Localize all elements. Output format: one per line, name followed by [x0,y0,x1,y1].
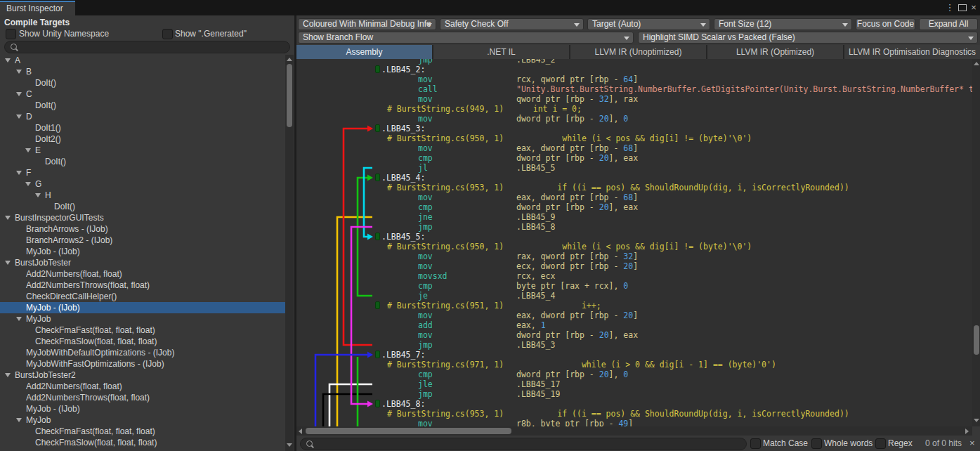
expand-triangle-icon[interactable] [16,317,22,321]
tree-item-e[interactable]: E [0,145,285,156]
expand-triangle-icon[interactable] [16,70,22,74]
tree-item-myjob[interactable]: MyJob [0,313,285,325]
expand-triangle-icon[interactable] [35,193,41,197]
dropdown-coloured-with-minimal-debug-info[interactable]: Coloured With Minimal Debug Info [298,18,436,30]
tree-item-add2numbersthrows-float-float[interactable]: Add2NumbersThrows(float, float) [0,280,285,291]
tree-item-brancharrows-ijob[interactable]: BranchArrows - (IJob) [0,223,285,235]
expand-triangle-icon[interactable] [5,58,11,63]
tree-item-burstjobtester[interactable]: BurstJobTester [0,257,285,268]
chevron-down-icon [574,23,580,27]
expand-triangle-icon[interactable] [25,148,31,152]
expand-triangle-icon[interactable] [16,115,22,119]
dropdown-safety-check-off[interactable]: Safety Check Off [440,18,584,30]
show-generated-checkbox[interactable] [162,29,171,38]
dropdown-font-size-12[interactable]: Font Size (12) [714,18,852,30]
code-hscrollbar[interactable] [296,426,972,436]
expand-triangle-icon[interactable] [5,373,11,377]
expand-triangle-icon[interactable] [16,418,22,422]
tree-item-burstjobtester2[interactable]: BurstJobTester2 [0,370,285,381]
expand-triangle-icon[interactable] [16,171,22,175]
tab-llvm-ir-unoptimized[interactable]: LLVM IR (Unoptimized) [570,45,706,59]
tree-item-a[interactable]: A [0,55,285,66]
tree-item-label: DoIt() [45,156,66,167]
tree-item-doit1[interactable]: DoIt1() [0,122,285,133]
tree-item-checkfmaslow-float-float-float[interactable]: CheckFmaSlow(float, float, float) [0,336,285,347]
tree-scrollbar[interactable] [285,55,294,451]
code-text: # BurstString.cs(953, 1) if ((i == pos) … [387,183,849,192]
tree-scrollbar-thumb[interactable] [287,64,292,127]
scroll-down-icon[interactable] [974,419,979,422]
code-vscrollbar[interactable] [972,59,980,426]
find-option-checkbox-whole-words[interactable] [811,438,822,449]
button-expand-all[interactable]: Expand All [919,18,978,30]
tree-item-g[interactable]: G [0,178,285,190]
code-vscrollbar-thumb[interactable] [974,325,979,355]
tree-item-checkfmafast-float-float-float[interactable]: CheckFmaFast(float, float, float) [0,426,285,437]
tree-item-brancharrows2-ijob[interactable]: BranchArrows2 - (IJob) [0,235,285,246]
tree-item-add2numbersthrows-float-float[interactable]: Add2NumbersThrows(float, float) [0,392,285,403]
maximize-icon[interactable] [958,4,967,11]
compile-targets-search[interactable] [4,41,290,53]
code-text: jmp [418,59,433,65]
scroll-down-icon[interactable] [287,443,292,447]
tree-item-b[interactable]: B [0,66,285,77]
tree-item-doit[interactable]: DoIt() [0,77,285,89]
code-hscrollbar-thumb[interactable] [306,428,511,434]
tree-item-f[interactable]: F [0,167,285,178]
tree-item-burstinspectorguitests[interactable]: BurstInspectorGUITests [0,212,285,223]
tree-item-myjob-ijob[interactable]: MyJob - (IJob) [0,246,285,257]
tab-net-il[interactable]: .NET IL [433,45,569,59]
tree-item-d[interactable]: D [0,111,285,122]
assembly-code-view[interactable]: jmp.LBB45_2.LBB45_2:movrcx, qword ptr [r… [296,59,972,426]
tree-item-h[interactable]: H [0,190,285,201]
expand-triangle-icon[interactable] [5,261,11,265]
window-tab-burst-inspector[interactable]: Burst Inspector [0,1,75,15]
show-unity-namespace-checkbox[interactable] [6,29,15,38]
tree-item-checkfmaslow-float-float-float[interactable]: CheckFmaSlow(float, float, float) [0,437,285,448]
find-input[interactable] [316,439,743,449]
code-text: jmp [418,222,433,232]
scroll-up-icon[interactable] [974,62,979,65]
compile-targets-search-input[interactable] [20,42,287,52]
expand-triangle-icon[interactable] [25,182,31,186]
tree-item-myjobwithdefaultoptimizations-ijob[interactable]: MyJobWithDefaultOptimizations - (IJob) [0,347,285,358]
tree-item-myjob-ijob[interactable]: MyJob - (IJob) [0,403,285,414]
expand-triangle-icon[interactable] [5,216,11,220]
dropdown-highlight-simd-scalar-vs-packed-false[interactable]: Highlight SIMD Scalar vs Packed (False) [638,32,978,44]
tree-item-doit[interactable]: DoIt() [0,156,285,167]
scroll-up-icon[interactable] [287,58,292,61]
dropdown-show-branch-flow[interactable]: Show Branch Flow [298,32,634,44]
find-input-box[interactable] [300,438,747,450]
dropdown-target-auto[interactable]: Target (Auto) [587,18,710,30]
find-option-checkbox-match-case[interactable] [750,438,761,449]
tree-item-label: MyJob - (IJob) [26,403,80,414]
close-icon[interactable]: × [968,0,979,15]
tree-item-myjob-ijob[interactable]: MyJob - (IJob) [0,302,285,313]
tree-item-myjobwithfastoptimizations-ijob[interactable]: MyJobWithFastOptimizations - (IJob) [0,358,285,370]
tab-llvm-ir-optimisation-diagnostics[interactable]: LLVM IR Optimisation Diagnostics [844,45,980,59]
tree-item-myjob[interactable]: MyJob [0,414,285,426]
tree-item-doit2[interactable]: DoIt2() [0,133,285,145]
tree-item-checkdirectcallhelper[interactable]: CheckDirectCallHelper() [0,291,285,302]
tab-assembly[interactable]: Assembly [296,45,432,59]
find-close-icon[interactable]: × [969,438,975,448]
tree-item-c[interactable]: C [0,89,285,100]
tree-item-doit[interactable]: DoIt() [0,100,285,111]
tab-llvm-ir-optimized[interactable]: LLVM IR (Optimized) [707,45,843,59]
expand-triangle-icon[interactable] [16,92,22,96]
label: Expand All [929,19,969,29]
code-line: # BurstString.cs(950, 1) while (i < pos … [296,133,972,143]
code-text: mov [418,251,433,261]
tree-item-add2numbers-float-float[interactable]: Add2Numbers(float, float) [0,381,285,392]
tree-item-add2numbers-float-float[interactable]: Add2Numbers(float, float) [0,268,285,280]
find-option-checkbox-regex[interactable] [875,438,886,449]
code-line: jmp.LBB45_3 [296,340,972,350]
tree-item-checkfmafast-float-float-float[interactable]: CheckFmaFast(float, float, float) [0,325,285,336]
scroll-right-icon[interactable] [965,429,969,434]
tree-item-label: BurstInspectorGUITests [15,212,104,223]
button-focus-on-code[interactable]: Focus on Code [856,18,915,30]
scroll-left-icon[interactable] [299,429,302,434]
window-menu-icon[interactable]: ⋮ [944,0,955,15]
tree-item-label: MyJobWithFastOptimizations - (IJob) [26,358,164,370]
tree-item-doit[interactable]: DoIt() [0,201,285,212]
